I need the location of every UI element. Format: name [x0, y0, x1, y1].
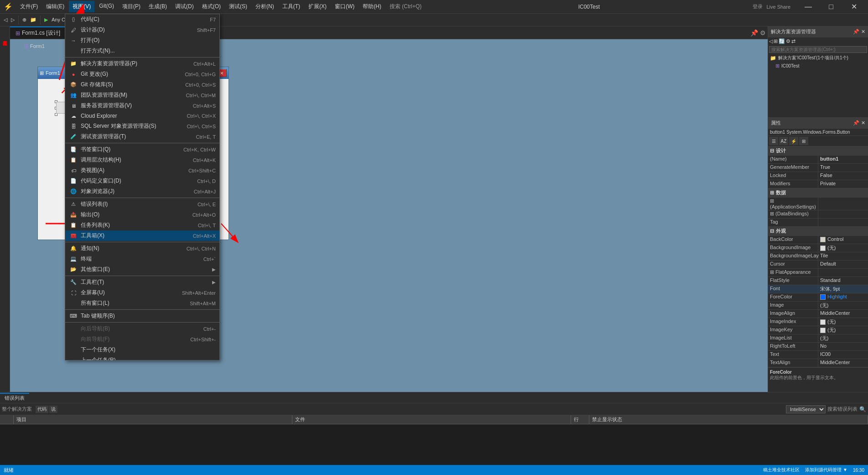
close-button[interactable]: ✕ — [843, 0, 864, 14]
menu-other-windows[interactable]: 📂 其他窗口(E) ▶ — [65, 264, 219, 275]
menu-format[interactable]: 格式(O) — [198, 1, 224, 12]
cat-appearance: ⊟ 外观 — [768, 227, 868, 236]
menu-solution-explorer[interactable]: 📁 解决方案资源管理器(P) Ctrl+Alt+L — [65, 58, 219, 69]
props-cat-btn[interactable]: ☰ — [769, 137, 778, 145]
menu-help[interactable]: 帮助(H) — [359, 1, 385, 12]
search-errors-icon[interactable]: 🔍 — [859, 406, 866, 412]
fullscreen-icon: ⛶ — [69, 290, 78, 296]
menu-bookmarks[interactable]: 📑 书签窗口(Q) Ctrl+K, Ctrl+W — [65, 144, 219, 155]
sol-tb1[interactable]: ◁ — [769, 38, 773, 44]
menu-server-explorer[interactable]: 🖥 服务器资源管理器(V) Ctrl+Alt+S — [65, 100, 219, 111]
tab-pin[interactable]: 📌 — [750, 29, 758, 37]
menu-tasklist[interactable]: 📋 任务列表(K) Ctrl+\, T — [65, 220, 219, 230]
menu-git-repo[interactable]: 📦 Git 存储库(S) Ctrl+0, Ctrl+S — [65, 79, 219, 90]
solution-search-input[interactable] — [769, 46, 867, 53]
maximize-button[interactable]: □ — [821, 0, 842, 14]
live-share[interactable]: Live Share — [766, 4, 790, 10]
right-panel: 解决方案资源管理器 📌 ✕ ◁ ⊞ 🔄 ⚙ ⇄ 📁 解决方案'IC00Test'… — [768, 26, 868, 392]
menu-output[interactable]: 📤 输出(O) Ctrl+Alt+O — [65, 209, 219, 220]
sol-pin-icon[interactable]: 📌 — [853, 29, 859, 35]
menu-prevtask[interactable]: 上一个任务(R) — [65, 355, 219, 360]
menu-view[interactable]: 视图(V) — [69, 1, 94, 12]
menu-navforward[interactable]: 向前导航(F) Ctrl+Shift+- — [65, 334, 219, 345]
menu-navback[interactable]: 向后导航(B) Ctrl+- — [65, 324, 219, 334]
cat-data-label: 数据 — [776, 189, 786, 196]
menu-test-explorer[interactable]: 🧪 测试资源管理器(T) Ctrl+E, T — [65, 131, 219, 142]
menu-taborder[interactable]: ⌨ Tab 键顺序(B) — [65, 311, 219, 321]
col-suppress[interactable]: 禁止显示状态 — [589, 415, 868, 424]
solution-root-item[interactable]: 📁 解决方案'IC00Test'(1个项目/共1个) — [768, 54, 868, 62]
menu-toolbox[interactable]: 🧰 工具箱(X) Ctrl+Alt+X — [65, 230, 219, 241]
menu-codedef[interactable]: 📄 代码定义窗口(D) Ctrl+\, D — [65, 176, 219, 186]
cat-design-expand[interactable]: ⊟ — [770, 148, 774, 154]
menu-notifications[interactable]: 🔔 通知(N) Ctrl+\, Ctrl+N — [65, 243, 219, 254]
menu-toolbars[interactable]: 🔧 工具栏(T) ▶ — [65, 277, 219, 287]
menu-window[interactable]: 窗口(W) — [331, 1, 358, 12]
menu-analyze[interactable]: 分析(N) — [252, 1, 278, 12]
sidebar-toolbox-label[interactable]: 工具箱位置 — [1, 36, 9, 39]
intellisense-select[interactable]: IntelliSense — [786, 405, 826, 413]
menu-project[interactable]: 项目(P) — [119, 1, 144, 12]
toolbar-new[interactable]: ⊕ — [21, 16, 28, 24]
col-line[interactable]: 行 — [571, 415, 589, 424]
menu-classview[interactable]: 🏷 类视图(A) Ctrl+Shift+C — [65, 165, 219, 176]
minimize-button[interactable]: — — [798, 0, 819, 14]
props-az-btn[interactable]: AZ — [779, 137, 788, 145]
menu-designer[interactable]: 🖊 设计器(D) Shift+F7 — [65, 25, 219, 35]
toolbar-start[interactable]: ▶ — [42, 16, 50, 24]
menu-sql-explorer[interactable]: 🗄 SQL Server 对象资源管理器(S) Ctrl+\, Ctrl+S — [65, 121, 219, 131]
sol-tb2[interactable]: ⊞ — [774, 38, 778, 44]
sol-tb4[interactable]: ⚙ — [786, 38, 790, 44]
login-text[interactable]: 登录 — [753, 3, 763, 10]
props-prop-page-btn[interactable]: ⊞ — [799, 137, 808, 145]
menu-cloud-explorer[interactable]: ☁ Cloud Explorer Ctrl+\, Ctrl+X — [65, 111, 219, 121]
menu-git-changes[interactable]: ● Git 更改(G) Ctrl+0, Ctrl+G — [65, 69, 219, 79]
menu-build[interactable]: 生成(B) — [145, 1, 171, 12]
menu-nexttask[interactable]: 下一个任务(X) — [65, 345, 219, 355]
sol-project-icon: ⊞ — [775, 63, 780, 69]
menu-extensions[interactable]: 扩展(X) — [305, 1, 330, 12]
taborder-icon: ⌨ — [69, 313, 78, 319]
menu-errorlist[interactable]: ⚠ 错误列表(I) Ctrl+\, E — [65, 199, 219, 209]
filter-code[interactable]: 代码 — [36, 406, 48, 413]
menu-objbrowser[interactable]: 🌐 对象浏览器(J) Ctrl+Alt+J — [65, 186, 219, 197]
imagekey-swatch — [820, 328, 826, 333]
server-icon: 🖥 — [69, 103, 78, 109]
sol-tb3[interactable]: 🔄 — [779, 38, 785, 44]
props-close-icon[interactable]: ✕ — [861, 120, 865, 126]
sol-tb5[interactable]: ⇄ — [791, 38, 795, 44]
toolbar-back[interactable]: ◁ — [2, 16, 9, 24]
menu-code[interactable]: {} 代码(C) F7 — [65, 14, 219, 25]
props-event-btn[interactable]: ⚡ — [789, 137, 798, 145]
menu-file[interactable]: 文件(F) — [16, 1, 42, 12]
menu-team-explorer[interactable]: 👥 团队资源管理器(M) Ctrl+\, Ctrl+M — [65, 90, 219, 100]
col-file[interactable]: 文件 — [292, 415, 571, 424]
tab-settings[interactable]: ⚙ — [760, 29, 766, 37]
menu-test[interactable]: 测试(S) — [225, 1, 251, 12]
toolbar-forward[interactable]: ▷ — [9, 16, 16, 24]
menu-git[interactable]: Git(G) — [95, 1, 118, 12]
prop-name: (Name) button1 — [768, 156, 868, 164]
menu-edit[interactable]: 编辑(E) — [42, 1, 68, 12]
menu-debug[interactable]: 调试(D) — [172, 1, 198, 12]
menu-open[interactable]: → 打开(O) — [65, 35, 219, 46]
error-search-row: IntelliSense 搜索错误列表 🔍 — [786, 405, 866, 413]
bottom-tab-errors[interactable]: 错误列表 — [0, 393, 29, 402]
status-source-control[interactable]: 添加到源代码管理 ▼ — [805, 467, 847, 473]
toolbar-open[interactable]: 📁 — [28, 16, 38, 24]
props-pin-icon[interactable]: 📌 — [853, 120, 859, 126]
cat-data-expand[interactable]: ⊞ — [770, 190, 774, 196]
menu-tools[interactable]: 工具(T) — [279, 1, 304, 12]
solution-project-item[interactable]: ⊞ IC00Test — [768, 62, 868, 70]
menu-fullscreen[interactable]: ⛶ 全屏幕(U) Shift+Alt+Enter — [65, 287, 219, 298]
col-code[interactable]: 项目 — [14, 415, 292, 424]
sol-close-icon[interactable]: ✕ — [861, 29, 865, 35]
filter-desc[interactable]: 说 — [49, 406, 57, 413]
menu-all-windows[interactable]: 所有窗口(L) Shift+Alt+M — [65, 298, 219, 308]
bottom-tab-bar: 错误列表 — [0, 392, 868, 403]
menu-callhier[interactable]: 📋 调用层次结构(H) Ctrl+Alt+K — [65, 155, 219, 165]
menu-open-with[interactable]: 打开方式(N)... — [65, 46, 219, 56]
menu-terminal[interactable]: 💻 终端 Ctrl+` — [65, 254, 219, 264]
cat-appearance-expand[interactable]: ⊟ — [770, 228, 774, 234]
menu-search[interactable]: 搜索 (Ctrl+Q) — [386, 1, 425, 12]
